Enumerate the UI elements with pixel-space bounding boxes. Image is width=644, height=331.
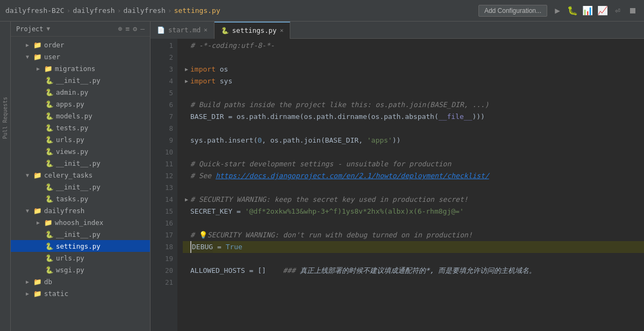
line-num-2: 2 — [151, 52, 173, 64]
tree-label: views.py — [56, 147, 88, 156]
code-line-12: # See https://docs.djangoproject.com/en/… — [183, 170, 644, 182]
tree-item-static[interactable]: ▶ 📁 static — [11, 287, 150, 299]
tab-close-settings[interactable]: ✕ — [280, 27, 284, 34]
code-text: # Quick-start development settings - uns… — [190, 158, 451, 170]
line-num-3: 3 — [151, 64, 173, 75]
arrow-icon: ▶ — [37, 220, 44, 226]
tree-item-dailyfresh[interactable]: ▼ 📁 dailyfresh — [11, 205, 150, 216]
top-bar: dailyfresh-B2C › dailyfresh › dailyfresh… — [0, 0, 644, 22]
tree-item-df-urls[interactable]: 🐍 urls.py — [11, 252, 150, 264]
line-num-8: 8 — [151, 123, 173, 135]
tree-item-celery-init[interactable]: 🐍 __init__.py — [11, 181, 150, 193]
folder-icon: 📁 — [33, 278, 42, 286]
line-num-19: 19 — [151, 253, 173, 265]
code-line-21 — [183, 277, 644, 288]
code-text: # -*-coding:utf-8-*- — [190, 40, 275, 52]
tree-item-admin[interactable]: 🐍 admin.py — [11, 86, 150, 98]
line-num-11: 11 — [151, 158, 173, 170]
tree-item-migrations[interactable]: ▶ 📁 migrations — [11, 62, 150, 74]
tree-item-tests[interactable]: 🐍 tests.py — [11, 122, 150, 133]
tree-label: db — [44, 278, 52, 286]
minimize-icon[interactable]: — — [140, 25, 145, 33]
tree-item-tasks[interactable]: 🐍 tasks.py — [11, 193, 150, 205]
code-line-15: SECRET_KEY = '@df*2oxkw%13&whp-3+^f)1ys8… — [183, 206, 644, 217]
tree-item-user-init[interactable]: 🐍 __init__.py — [11, 74, 150, 86]
tree-item-order[interactable]: ▶ 📁 order — [11, 39, 150, 51]
tree-item-apps[interactable]: 🐍 apps.py — [11, 98, 150, 110]
code-text: 真正上线部署的时候不建议填成通配符的*, 而是要填允许访问的主机域名。 — [300, 265, 536, 277]
collapse-icon[interactable]: ≡ — [126, 25, 130, 33]
project-dropdown-icon[interactable]: ▼ — [47, 25, 51, 32]
tree-item-views[interactable]: 🐍 views.py — [11, 145, 150, 157]
code-line-6: # Build paths inside the project like th… — [183, 99, 644, 111]
folder-icon: 📁 — [44, 65, 53, 73]
code-line-16 — [183, 217, 644, 229]
tree-label: whoosh_index — [55, 219, 103, 227]
tree-item-whoosh-index[interactable]: ▶ 📁 whoosh_index — [11, 216, 150, 228]
code-line-18: DEBUG = True — [183, 241, 644, 253]
tab-start-md[interactable]: 📄 start.md ✕ — [151, 22, 214, 39]
folder-icon: 📁 — [33, 53, 42, 61]
code-line-4: ▶ import sys — [183, 75, 644, 87]
coverage-icon[interactable]: 📈 — [597, 5, 609, 16]
line-num-20: 20 — [151, 265, 173, 277]
code-text: sys.path.insert( — [190, 135, 257, 146]
tree-item-models[interactable]: 🐍 models.py — [11, 110, 150, 122]
tab-settings-py[interactable]: 🐍 settings.py ✕ — [214, 22, 290, 39]
tree-item-init2[interactable]: 🐍 __init__.py — [11, 157, 150, 169]
tree-label: __init__.py — [56, 183, 101, 191]
code-text: # — [190, 229, 199, 241]
editor-area: 📄 start.md ✕ 🐍 settings.py ✕ 1 2 3 4 5 6… — [151, 22, 644, 331]
file-icon: 🐍 — [45, 88, 54, 96]
file-icon: 🐍 — [45, 124, 54, 132]
line-num-21: 21 — [151, 277, 173, 288]
tree-item-user[interactable]: ▼ 📁 user — [11, 51, 150, 62]
add-configuration-button[interactable]: Add Configuration... — [478, 5, 547, 17]
breadcrumb-part-2: dailyfresh — [73, 6, 115, 15]
panel-header-actions: ⊕ ≡ ⚙ — — [118, 25, 145, 33]
line-num-4: 4 — [151, 75, 173, 87]
code-link[interactable]: https://docs.djangoproject.com/en/2.1/ho… — [216, 170, 489, 182]
breadcrumb-part-1: dailyfresh-B2C — [5, 6, 65, 15]
code-line-14: ▶ # SECURITY WARNING: keep the secret ke… — [183, 194, 644, 206]
arrow-icon: ▶ — [37, 66, 44, 72]
code-content[interactable]: # -*-coding:utf-8-*- ▶ import os ▶ impor… — [177, 39, 644, 331]
tree-label: __init__.py — [56, 159, 101, 167]
pull-requests-tab[interactable]: Pull Requests — [2, 97, 8, 139]
debug-icon[interactable]: 🐛 — [567, 5, 578, 16]
line-num-9: 9 — [151, 135, 173, 146]
line-num-15: 15 — [151, 206, 173, 217]
tree-label: celery_tasks — [44, 171, 92, 179]
tree-item-wsgi[interactable]: 🐍 wsgi.py — [11, 264, 150, 276]
code-line-1: # -*-coding:utf-8-*- — [183, 40, 644, 52]
arrow-icon: ▼ — [26, 54, 33, 60]
profile-icon[interactable]: 📊 — [582, 5, 593, 16]
code-text: , os.path.join(BASE_DIR, — [262, 135, 367, 146]
tab-close-start[interactable]: ✕ — [204, 26, 207, 33]
warning-icon: 💡 — [199, 229, 207, 241]
tree-item-settings[interactable]: 🐍 settings.py — [11, 240, 150, 252]
run-icon[interactable]: ▶ — [552, 5, 563, 16]
tree-item-df-init[interactable]: 🐍 __init__.py — [11, 228, 150, 240]
tree-item-urls-user[interactable]: 🐍 urls.py — [11, 133, 150, 145]
tree-item-celery-tasks[interactable]: ▼ 📁 celery_tasks — [11, 169, 150, 181]
step-icon[interactable]: ⏎ — [612, 5, 624, 16]
code-text: SECRET_KEY = — [190, 206, 245, 217]
stop-icon[interactable]: ⏹ — [627, 5, 639, 16]
breadcrumb-file: settings.py — [174, 6, 220, 15]
tab-bar: 📄 start.md ✕ 🐍 settings.py ✕ — [151, 22, 644, 39]
code-line-10 — [183, 146, 644, 158]
code-text: )) — [392, 135, 401, 146]
tree-item-db[interactable]: ▶ 📁 db — [11, 276, 150, 287]
code-line-7: BASE_DIR = os.path.dirname(os.path.dirna… — [183, 111, 644, 123]
code-text: ))) — [472, 111, 484, 123]
breadcrumb: dailyfresh-B2C › dailyfresh › dailyfresh… — [5, 6, 220, 15]
line-num-16: 16 — [151, 217, 173, 229]
code-line-3: ▶ import os — [183, 64, 644, 75]
tree-label: settings.py — [56, 242, 101, 250]
file-icon: 🐍 — [45, 147, 54, 156]
file-icon: 🐍 — [45, 112, 54, 120]
settings-icon[interactable]: ⚙ — [133, 25, 137, 33]
locate-icon[interactable]: ⊕ — [118, 25, 123, 33]
code-text: SECURITY WARNING: don't run with debug t… — [207, 229, 473, 241]
